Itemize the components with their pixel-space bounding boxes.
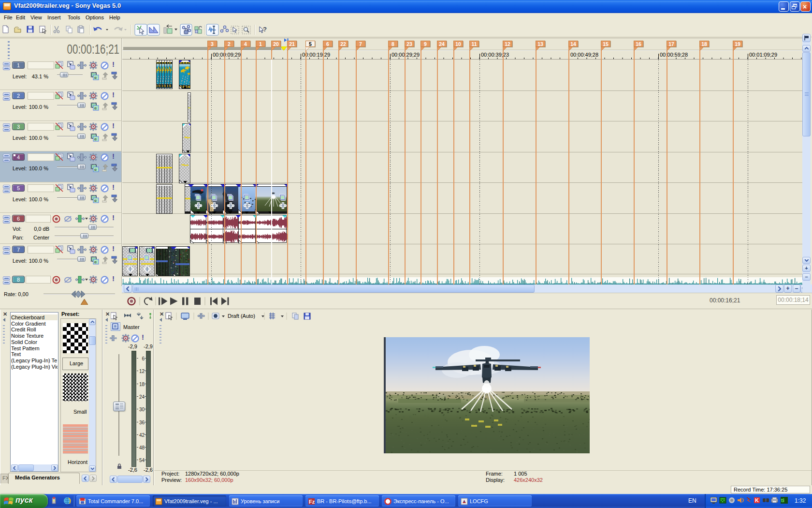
- svg-text:Fz: Fz: [309, 499, 315, 505]
- svg-text:?: ?: [263, 26, 267, 33]
- svg-text:α: α: [94, 260, 97, 264]
- svg-text:α: α: [94, 198, 97, 203]
- svg-text:K: K: [755, 497, 759, 503]
- svg-text:Draft (Auto): Draft (Auto): [228, 313, 255, 319]
- svg-text:α: α: [94, 137, 97, 141]
- svg-text:ti: ti: [781, 497, 784, 503]
- svg-text:α: α: [94, 106, 97, 110]
- svg-text:α: α: [94, 167, 97, 172]
- svg-text:α: α: [94, 75, 97, 80]
